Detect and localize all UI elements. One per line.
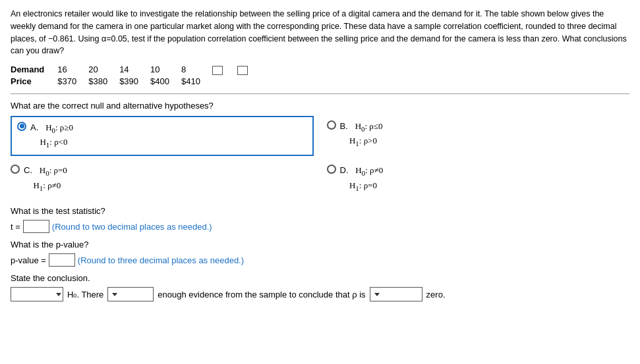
data-table: Demand 16 20 14 10 8 Price $370 $380 $39… — [11, 64, 262, 87]
pvalue-label: p-value = — [11, 255, 46, 265]
icon-1 — [212, 64, 237, 76]
option-d-label: D. H0: ρ≠0 H1: ρ=0 — [340, 164, 384, 194]
t-label: t = — [11, 222, 20, 232]
demand-val-5: 8 — [181, 64, 212, 76]
price-val-4: $400 — [150, 76, 181, 87]
radio-c[interactable] — [11, 165, 20, 174]
dropdown2-arrow-icon — [112, 293, 117, 296]
price-val-3: $390 — [119, 76, 150, 87]
option-a-letter: A. — [30, 122, 38, 132]
option-c[interactable]: C. H0: ρ=0 H1: ρ≠0 — [11, 160, 314, 198]
test-statistic-question: What is the test statistic? — [11, 206, 629, 216]
option-a-label: A. H0: ρ≥0 H1: ρ<0 — [30, 121, 73, 151]
pvalue-input[interactable] — [49, 253, 75, 267]
conclusion-middle-text: enough evidence from the sample to concl… — [158, 290, 365, 299]
options-grid: A. H0: ρ≥0 H1: ρ<0 B. H0: ρ≤0 H1: ρ>0 C.… — [11, 116, 629, 199]
pvalue-round-note: (Round to three decimal places as needed… — [78, 255, 244, 265]
option-c-letter: C. — [24, 165, 32, 175]
radio-a[interactable] — [17, 122, 26, 131]
dropdown1-arrow-icon — [56, 293, 61, 296]
demand-label: Demand — [11, 64, 57, 76]
conclusion-dropdown3[interactable] — [370, 287, 422, 301]
icon-2 — [237, 64, 262, 76]
h0-there-label: H₀. There — [67, 290, 103, 299]
price-val-1: $370 — [57, 76, 88, 87]
option-a[interactable]: A. H0: ρ≥0 H1: ρ<0 — [11, 116, 314, 157]
option-d[interactable]: D. H0: ρ≠0 H1: ρ=0 — [327, 160, 630, 198]
demand-val-2: 20 — [88, 64, 119, 76]
radio-a-fill — [20, 124, 24, 128]
option-a-h0: H0: ρ≥0 — [45, 122, 73, 132]
option-b-label: B. H0: ρ≤0 H1: ρ>0 — [340, 120, 383, 150]
conclusion-dropdown2[interactable] — [107, 287, 154, 301]
option-d-h0: H0: ρ≠0 — [355, 165, 383, 175]
dropdown3-arrow-icon — [374, 293, 380, 296]
conclusion-end-text: zero. — [426, 290, 446, 299]
option-b-h0: H0: ρ≤0 — [355, 121, 383, 131]
pvalue-line: p-value = (Round to three decimal places… — [11, 253, 629, 267]
conclusion-dropdown1[interactable] — [11, 287, 63, 301]
test-statistic-line: t = (Round to two decimal places as need… — [11, 220, 629, 233]
conclusion-label: State the conclusion. — [11, 273, 629, 283]
data-table-section: Demand 16 20 14 10 8 Price $370 $380 $39… — [11, 64, 629, 87]
radio-b[interactable] — [327, 120, 336, 130]
option-d-letter: D. — [340, 165, 349, 175]
price-val-5: $410 — [181, 76, 212, 87]
option-a-h1: H1: ρ<0 — [40, 137, 67, 147]
conclusion-section: State the conclusion. H₀. There enough e… — [11, 273, 629, 301]
option-b[interactable]: B. H0: ρ≤0 H1: ρ>0 — [327, 116, 630, 157]
demand-val-4: 10 — [150, 64, 181, 76]
option-b-letter: B. — [340, 121, 348, 131]
option-c-label: C. H0: ρ=0 H1: ρ≠0 — [24, 164, 67, 194]
option-c-h1: H1: ρ≠0 — [33, 180, 61, 190]
divider — [11, 93, 629, 94]
demand-val-3: 14 — [119, 64, 150, 76]
option-d-h1: H1: ρ=0 — [349, 180, 377, 190]
demand-val-1: 16 — [57, 64, 88, 76]
t-round-note: (Round to two decimal places as needed.) — [52, 222, 212, 232]
option-b-h1: H1: ρ>0 — [349, 136, 377, 145]
price-val-2: $380 — [88, 76, 119, 87]
radio-d[interactable] — [327, 165, 336, 174]
pvalue-question: What is the p-value? — [11, 240, 629, 249]
t-input[interactable] — [23, 220, 49, 233]
hypotheses-question: What are the correct null and alternativ… — [11, 101, 629, 111]
intro-paragraph: An electronics retailer would like to in… — [11, 8, 629, 57]
price-label: Price — [11, 76, 57, 87]
option-c-h0: H0: ρ=0 — [40, 165, 67, 175]
conclusion-line: H₀. There enough evidence from the sampl… — [11, 287, 629, 301]
